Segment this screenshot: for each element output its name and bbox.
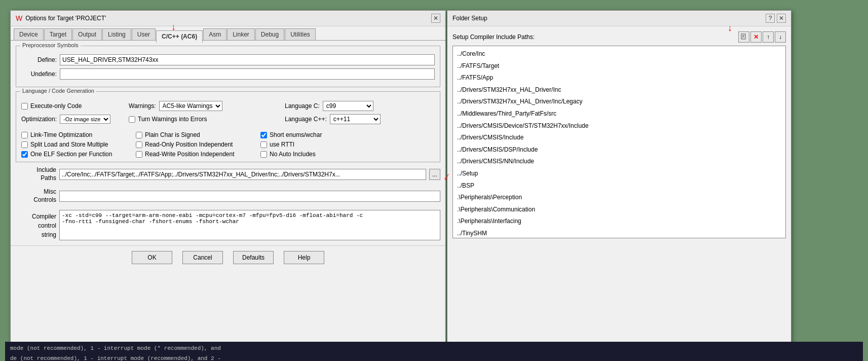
compiler-label: Compiler control string — [16, 210, 56, 239]
folder-new-btn[interactable] — [738, 31, 749, 43]
one-elf-checkbox[interactable] — [21, 151, 28, 158]
folder-title-buttons: ? ✕ — [766, 14, 786, 23]
list-item[interactable]: ../FATFS/Target — [456, 60, 782, 73]
main-dialog-title: Options for Target 'PROJECT' — [25, 15, 106, 22]
define-input[interactable] — [60, 54, 435, 65]
include-paths-label: Include Paths — [16, 166, 56, 182]
link-time-opt-checkbox[interactable] — [21, 132, 28, 138]
no-auto-includes-label: No Auto Includes — [270, 151, 316, 158]
tab-linker[interactable]: Linker — [227, 28, 255, 40]
language-cpp-select[interactable]: c++11 c++14 c++17 — [330, 114, 381, 124]
tab-target[interactable]: Target — [44, 28, 72, 40]
list-item[interactable]: ../BSP — [456, 180, 782, 192]
plain-char-checkbox[interactable] — [136, 132, 142, 138]
folder-up-btn[interactable]: ↑ — [763, 31, 774, 43]
tab-debug[interactable]: Debug — [255, 28, 284, 40]
language-cpp-label: Language C++: — [285, 116, 327, 123]
list-item[interactable]: ../Drivers/STM32H7xx_HAL_Driver/Inc/Lega… — [456, 96, 782, 108]
help-button[interactable]: Help — [284, 251, 324, 264]
read-only-pos-label: Read-Only Position Independent — [145, 141, 233, 148]
short-enums-checkbox[interactable] — [260, 132, 267, 138]
execute-only-checkbox[interactable] — [21, 103, 28, 110]
compiler-section: Compiler control string -xc -std=c99 --t… — [16, 210, 440, 240]
no-auto-includes-checkbox[interactable] — [260, 151, 267, 158]
read-write-pos-checkbox[interactable] — [136, 151, 142, 158]
language-c-label: Language C: — [285, 102, 320, 110]
misc-controls-input[interactable] — [59, 191, 440, 202]
use-rtti-label: use RTTI — [270, 141, 294, 148]
list-item[interactable]: ../Drivers/CMSIS/DSP/Include — [456, 144, 782, 156]
turn-warnings-label: Turn Warnings into Errors — [138, 116, 207, 123]
main-dialog-footer: OK Cancel Defaults Help — [11, 245, 445, 269]
cancel-button[interactable]: Cancel — [182, 251, 223, 264]
tab-output[interactable]: Output — [72, 28, 102, 40]
folder-toolbar: ↓ ✕ ↑ ↓ — [737, 31, 786, 43]
ok-button[interactable]: OK — [132, 251, 172, 264]
tab-listing[interactable]: Listing — [102, 28, 131, 40]
read-write-pos-label: Read-Write Position Independent — [145, 151, 235, 158]
tab-cc[interactable]: C/C++ (AC6) — [156, 30, 203, 43]
list-item[interactable]: ../Drivers/CMSIS/Include — [456, 132, 782, 144]
app-icon: W — [16, 14, 22, 22]
undefine-label: Undefine: — [21, 70, 57, 78]
console-line-2: de (not recommended), 1 - interrupt mode… — [10, 354, 858, 361]
include-paths-browse[interactable]: ... — [429, 169, 440, 180]
folder-down-btn[interactable]: ↓ — [775, 31, 786, 43]
split-load-store-checkbox[interactable] — [21, 141, 28, 148]
tabs-bar: Device Target Output Listing User ↓ C/C+… — [11, 26, 445, 41]
folder-header-label: Setup Compiler Include Paths: — [452, 33, 535, 41]
console-line-1: mode (not recommended), 1 - interrupt mo… — [10, 344, 858, 354]
folder-close-btn[interactable]: ✕ — [777, 14, 786, 23]
defaults-button[interactable]: Defaults — [233, 251, 274, 264]
split-load-store-label: Split Load and Store Multiple — [30, 141, 108, 148]
folder-delete-btn[interactable]: ✕ — [750, 31, 762, 43]
read-only-pos-checkbox[interactable] — [136, 141, 142, 148]
folder-path-list: ../Core/Inc ../FATFS/Target ../FATFS/App… — [452, 46, 786, 238]
list-item[interactable]: ../Core/Inc — [456, 48, 782, 60]
tab-asm[interactable]: Asm — [203, 28, 227, 40]
list-item[interactable]: ../Drivers/CMSIS/Device/ST/STM32H7xx/Inc… — [456, 120, 782, 132]
list-item[interactable]: ../Middlewares/Third_Party/FatFs/src — [456, 108, 782, 120]
preprocessor-group: Preprocessor Symbols Define: Undefine: — [16, 46, 440, 87]
folder-header-row: Setup Compiler Include Paths: ↓ — [452, 31, 786, 43]
include-paths-row: Include Paths ... — [16, 166, 440, 182]
define-label: Define: — [21, 56, 57, 63]
main-dialog-close[interactable]: ✕ — [431, 14, 440, 23]
list-item[interactable]: ../TinySHM — [456, 228, 782, 238]
list-item[interactable]: .\Peripherals\Communication — [456, 204, 782, 216]
preprocessor-label: Preprocessor Symbols — [20, 42, 81, 48]
misc-controls-label: Misc Controls — [16, 188, 56, 204]
tab-utilities[interactable]: Utilities — [285, 28, 316, 40]
list-item[interactable]: .\Peripherals\Perception — [456, 192, 782, 204]
misc-controls-row: Misc Controls — [16, 188, 440, 204]
include-paths-input[interactable] — [59, 169, 426, 180]
use-rtti-checkbox[interactable] — [260, 141, 267, 148]
one-elf-label: One ELF Section per Function — [30, 151, 112, 158]
warnings-select[interactable]: AC5-like Warnings No Warnings All Warnin… — [159, 101, 222, 111]
tab-device[interactable]: Device — [14, 28, 44, 40]
short-enums-label: Short enums/wchar — [270, 131, 322, 138]
language-c-select[interactable]: c99 c90 gnu99 — [323, 101, 373, 111]
undefine-input[interactable] — [60, 68, 435, 80]
warnings-label: Warnings: — [129, 102, 156, 110]
language-group: Language / Code Generation Execute-only … — [16, 91, 440, 162]
tab-user[interactable]: User — [132, 28, 156, 40]
optimization-label: Optimization: — [21, 116, 57, 123]
plain-char-label: Plain Char is Signed — [145, 131, 200, 138]
compiler-textarea[interactable]: -xc -std=c99 --target=arm-arm-none-eabi … — [59, 210, 440, 240]
language-label: Language / Code Generation — [20, 88, 96, 94]
list-item[interactable]: ../FATFS/App — [456, 72, 782, 84]
list-item[interactable]: ../Drivers/CMSIS/NN/Include — [456, 156, 782, 168]
list-item[interactable]: .\Peripherals\Interfacing — [456, 215, 782, 228]
execute-only-label: Execute-only Code — [30, 102, 82, 110]
turn-warnings-checkbox[interactable] — [129, 116, 135, 123]
console-area: mode (not recommended), 1 - interrupt mo… — [5, 342, 863, 361]
list-item[interactable]: ../Drivers/STM32H7xx_HAL_Driver/Inc — [456, 84, 782, 96]
folder-help-btn[interactable]: ? — [766, 14, 775, 23]
link-time-opt-label: Link-Time Optimization — [30, 131, 92, 138]
folder-dialog-title: Folder Setup — [452, 15, 487, 22]
list-item[interactable]: ../Setup — [456, 168, 782, 180]
optimization-select[interactable]: -Oz image size -O0 -O1 -O2 -O3 — [60, 115, 110, 124]
